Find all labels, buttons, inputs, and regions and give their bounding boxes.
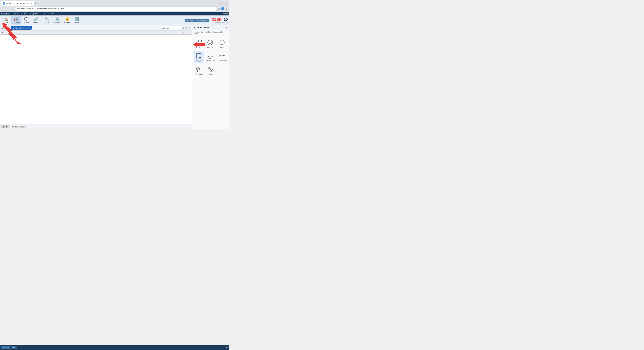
model-item-ozeki[interactable]: Ozeki xyxy=(205,65,215,76)
gateway-icon: 🔗 xyxy=(34,17,38,21)
toolbar-gateway[interactable]: 🔗 Gateway xyxy=(31,16,41,25)
extensions-btn[interactable]: ⋮ xyxy=(226,8,228,10)
reload-btn[interactable]: ↻ xyxy=(11,7,14,11)
new-tab-btn[interactable]: + xyxy=(35,2,36,5)
hugging-icon: 🤗 xyxy=(66,17,70,21)
model-item-speech2txt[interactable]: Speech2Txt xyxy=(205,51,215,63)
diffusion-label: Diffusion xyxy=(196,47,202,48)
svg-point-14 xyxy=(197,71,198,72)
toolbar-right: AI Chat AI Gateway OZEKI 10 www.myozeki.… xyxy=(185,17,228,23)
active-tab[interactable]: O OZEKI 10 (192.168.93.110) ✕ xyxy=(1,1,34,6)
forward-btn[interactable]: → xyxy=(6,7,10,11)
col-n-header: N° xyxy=(178,32,191,34)
toolbar-hugging[interactable]: 🤗 Hugging xyxy=(62,16,72,25)
about-label: About xyxy=(75,22,79,23)
svg-rect-2 xyxy=(196,43,198,45)
toolbar-home[interactable]: 🏠 Home xyxy=(1,16,11,25)
diffusion-icon xyxy=(195,39,202,46)
tab-bar: O OZEKI 10 (192.168.93.110) ✕ + – □ ✕ xyxy=(0,0,229,6)
tools-label: Tools xyxy=(45,22,49,23)
tab-close-btn[interactable]: ✕ xyxy=(30,2,32,5)
search-btn[interactable]: 🔍 xyxy=(182,27,184,29)
model-item-gguf[interactable]: GGUF xyxy=(194,51,204,63)
ttsweb-label: TTS Web xyxy=(195,73,202,75)
side-panel-header: AI Model details ✕ xyxy=(192,25,229,30)
toolbar-ai-bots[interactable]: 💬 AI Bots xyxy=(22,16,31,25)
menu-ai-agents[interactable]: • AI Agents xyxy=(27,12,39,15)
model-item-ttsweb[interactable]: TTS Web xyxy=(194,65,204,76)
menu-items: • File • Edit • AI Agents • View • Help xyxy=(13,12,55,15)
advanced-label: Advanced xyxy=(54,22,61,23)
logo-ai: AI xyxy=(8,13,10,15)
model-item-random[interactable]: Random xyxy=(205,38,215,50)
ai-gateway-btn[interactable]: AI Gateway xyxy=(196,19,209,22)
col-name-header[interactable]: ▼ xyxy=(1,32,178,34)
about-icon: ℹ️ xyxy=(75,17,79,21)
toolbar-about[interactable]: ℹ️ About xyxy=(72,16,82,25)
address-bar: ← → ↻ localhost:9515/AI/models&ncrefresh… xyxy=(0,6,229,12)
svg-rect-3 xyxy=(199,43,202,45)
side-panel-close-btn[interactable]: ✕ xyxy=(226,26,228,29)
bookmark-btn[interactable]: ☆ xyxy=(218,8,220,10)
menu-edit[interactable]: • Edit xyxy=(20,12,27,15)
svg-point-7 xyxy=(211,41,212,42)
bottom-bar: Delete 0/0 item selected xyxy=(0,124,192,129)
selected-count: 0/0 item selected xyxy=(12,126,26,128)
app-logo: OZEKI AI xyxy=(1,13,10,15)
menu-help[interactable]: • Help xyxy=(48,12,55,15)
menu-right: admin xyxy=(223,13,228,15)
search-area: 🔍 🔄 ❓ xyxy=(161,26,191,30)
tab-title: OZEKI 10 (192.168.93.110) xyxy=(6,2,29,4)
ai-chat-btn[interactable]: AI Chat xyxy=(185,19,195,22)
gateway-label: Gateway xyxy=(32,22,39,23)
svg-rect-12 xyxy=(220,54,223,57)
url-box[interactable]: localhost:9515/AI/models&ncrefreshORYWDN… xyxy=(15,7,217,11)
random-label: Random xyxy=(207,47,213,48)
maximize-btn[interactable]: □ xyxy=(222,2,225,5)
ai-models-icon: 🤖 xyxy=(14,17,18,21)
ai-bots-label: AI Bots xyxy=(24,22,29,23)
ai-bots-icon: 💬 xyxy=(24,17,28,21)
create-new-model-btn[interactable]: Create new AI Model xyxy=(11,26,32,30)
svg-point-6 xyxy=(209,41,210,42)
browser-chrome: O OZEKI 10 (192.168.93.110) ✕ + – □ ✕ ← … xyxy=(0,0,229,12)
ttsweb-icon xyxy=(195,66,202,73)
top-actions: AI Chat AI Gateway xyxy=(185,19,209,22)
delete-btn[interactable]: Delete xyxy=(1,125,10,128)
advanced-icon: ⚙️ xyxy=(55,17,59,21)
chatgpt-label: ChatGPT xyxy=(218,47,226,48)
ozeki-model-icon xyxy=(206,66,214,73)
ozeki-logo-10: 10 xyxy=(224,17,228,22)
model-item-diffusion[interactable]: Diffusion xyxy=(194,38,204,50)
toolbar-ai-models[interactable]: 🤖 AI Models xyxy=(11,16,22,25)
menu-file[interactable]: • File xyxy=(13,12,20,15)
ozeki-model-label: Ozeki xyxy=(208,73,212,75)
model-grid: Diffusion Random xyxy=(192,36,229,78)
close-btn[interactable]: ✕ xyxy=(226,2,228,5)
side-panel: AI Model details ✕ Please select the AI … xyxy=(192,25,229,129)
svg-rect-0 xyxy=(196,40,198,42)
back-btn[interactable]: ← xyxy=(1,7,5,11)
home-icon: 🏠 xyxy=(4,17,8,21)
help-btn[interactable]: ❓ xyxy=(188,27,191,29)
toolbar-tools[interactable]: 🔧 Tools xyxy=(42,16,52,25)
side-panel-title: AI Model details xyxy=(194,26,209,29)
side-panel-desc: Please select the AI model you wish to i… xyxy=(192,30,229,36)
col-sort-icon: ▼ xyxy=(1,32,3,34)
menu-view[interactable]: • View xyxy=(40,12,47,15)
txt2speech-icon xyxy=(218,52,226,59)
search-input[interactable] xyxy=(161,26,181,30)
profile-btn[interactable] xyxy=(221,7,224,11)
content-area: AI Models Create new AI Model 🔍 🔄 ❓ ▼ N° xyxy=(0,25,229,129)
refresh-btn[interactable]: 🔄 xyxy=(185,27,188,29)
window-controls: – □ ✕ xyxy=(219,2,228,5)
menu-bar: OZEKI AI • File • Edit • AI Agents • Vie… xyxy=(0,12,229,16)
minimize-btn[interactable]: – xyxy=(219,2,221,5)
toolbar-advanced[interactable]: ⚙️ Advanced xyxy=(52,16,62,25)
svg-rect-1 xyxy=(199,40,202,42)
svg-rect-13 xyxy=(196,68,200,70)
model-item-chatgpt[interactable]: ChatGPT xyxy=(217,38,228,50)
model-item-txt2speech[interactable]: Txt2Speech xyxy=(217,51,228,63)
table-header: ▼ N° xyxy=(0,31,192,35)
svg-point-4 xyxy=(198,42,199,43)
